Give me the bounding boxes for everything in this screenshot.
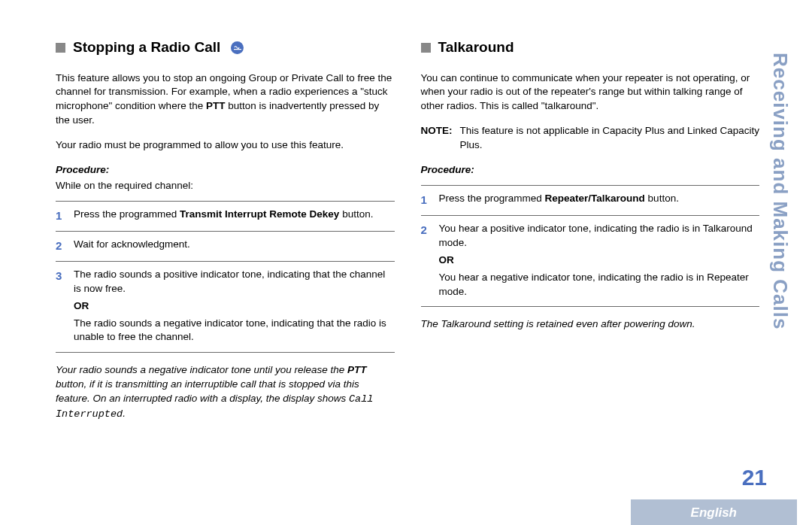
procedure-label: Procedure:	[56, 163, 395, 178]
note-label: NOTE:	[421, 124, 453, 153]
square-bullet-icon	[421, 43, 431, 53]
button-circle-icon	[231, 41, 244, 54]
step-1-right: 1 Press the programmed Repeater/Talkarou…	[421, 185, 760, 215]
procedure-label: Procedure:	[421, 163, 760, 178]
intro-paragraph-2: Your radio must be programmed to allow y…	[56, 138, 395, 153]
italic-note-left: Your radio sounds a negative indicator t…	[56, 363, 395, 422]
heading-text: Stopping a Radio Call	[73, 38, 220, 58]
square-bullet-icon	[56, 43, 65, 53]
step-3: 3 The radio sounds a positive indicator …	[56, 261, 395, 353]
step-number: 3	[56, 268, 66, 344]
step-2: 2 Wait for acknowledgment.	[56, 231, 395, 261]
page-content: Stopping a Radio Call This feature allow…	[0, 0, 812, 432]
step-number: 1	[56, 208, 66, 223]
note-text: This feature is not applicable in Capaci…	[460, 124, 760, 153]
heading-talkaround: Talkaround	[421, 38, 760, 58]
italic-note-right: The Talkaround setting is retained even …	[421, 317, 760, 332]
step-1: 1 Press the programmed Transmit Interrup…	[56, 201, 395, 231]
step-number: 1	[421, 192, 432, 208]
step-body: The radio sounds a positive indicator to…	[74, 268, 395, 344]
step-body: Press the programmed Transmit Interrupt …	[74, 208, 395, 223]
svg-rect-0	[234, 49, 241, 50]
side-chapter-title: Receiving and Making Calls	[767, 53, 794, 329]
heading-stopping-radio-call: Stopping a Radio Call	[56, 38, 395, 58]
step-2-right: 2 You hear a positive indicator tone, in…	[421, 215, 760, 307]
step-body: Press the programmed Repeater/Talkaround…	[439, 192, 760, 208]
intro-paragraph-1: This feature allows you to stop an ongoi…	[56, 71, 395, 129]
step-body: Wait for acknowledgment.	[74, 238, 395, 253]
intro-paragraph-right: You can continue to communicate when you…	[421, 71, 760, 114]
or-label: OR	[439, 253, 760, 268]
left-column: Stopping a Radio Call This feature allow…	[56, 38, 395, 432]
step-body: You hear a positive indicator tone, indi…	[439, 222, 760, 299]
or-label: OR	[74, 299, 395, 314]
step-number: 2	[56, 238, 66, 253]
page-number: 21	[742, 462, 767, 493]
heading-text: Talkaround	[438, 38, 514, 58]
right-column: Talkaround You can continue to communica…	[421, 38, 760, 432]
language-tab: English	[631, 499, 797, 525]
note-block: NOTE: This feature is not applicable in …	[421, 124, 760, 153]
procedure-intro: While on the required channel:	[56, 179, 395, 193]
step-number: 2	[421, 222, 432, 299]
